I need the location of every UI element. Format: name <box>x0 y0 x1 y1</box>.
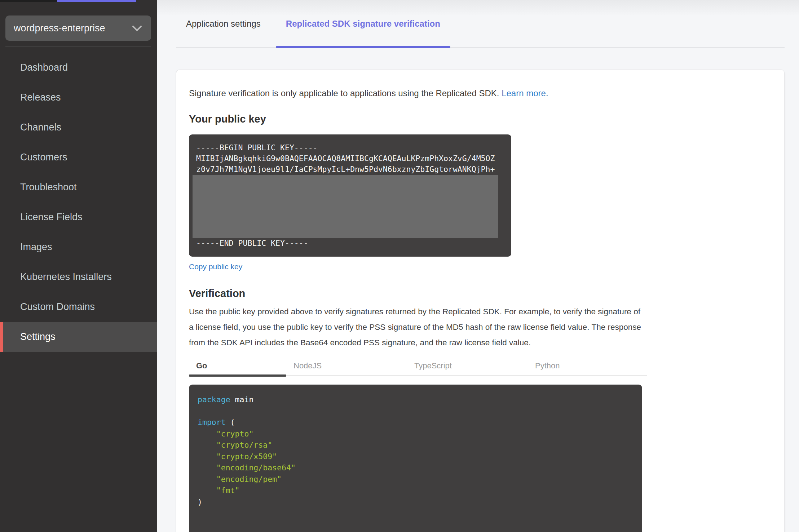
copy-public-key-link[interactable]: Copy public key <box>189 262 242 271</box>
top-strip-dark-segment <box>0 0 57 2</box>
app-selector-value: wordpress-enterprise <box>5 23 131 34</box>
code-line: "encoding/base64" <box>198 462 634 474</box>
code-line: ) <box>198 496 634 508</box>
intro-text-main: Signature verification is only applicabl… <box>189 88 499 98</box>
app-selector-dropdown[interactable]: wordpress-enterprise <box>5 15 151 41</box>
sidebar-item-kubernetes-installers[interactable]: Kubernetes Installers <box>0 262 157 292</box>
sidebar-divider <box>5 46 151 46</box>
public-key-redacted-region <box>193 175 498 238</box>
sidebar-item-custom-domains[interactable]: Custom Domains <box>0 292 157 322</box>
intro-text: Signature verification is only applicabl… <box>189 87 784 99</box>
sidebar-item-customers[interactable]: Customers <box>0 142 157 172</box>
sidebar-item-dashboard[interactable]: Dashboard <box>0 53 157 83</box>
sidebar-item-images[interactable]: Images <box>0 232 157 262</box>
code-line <box>198 405 634 417</box>
tab-replicated-sdk-signature-verification[interactable]: Replicated SDK signature verification <box>276 0 450 47</box>
settings-card: Signature verification is only applicabl… <box>176 70 785 532</box>
sidebar-item-channels[interactable]: Channels <box>0 112 157 142</box>
verification-heading: Verification <box>189 288 784 300</box>
sidebar-item-troubleshoot[interactable]: Troubleshoot <box>0 172 157 202</box>
code-block: package main import ( "crypto" "crypto/r… <box>189 385 642 532</box>
code-line: "crypto" <box>198 428 634 440</box>
public-key-line: -----BEGIN PUBLIC KEY----- <box>196 142 504 153</box>
code-line: "crypto/x509" <box>198 451 634 462</box>
language-tab-go[interactable]: Go <box>189 356 286 375</box>
intro-text-suffix: . <box>546 88 548 98</box>
public-key-line: z0v7Jh7M1NgV1joeu9l1/IaCPsMpyIcL+Dnw5Pdv… <box>196 164 504 175</box>
language-tab-python[interactable]: Python <box>528 356 647 375</box>
chevron-down-icon <box>131 22 143 34</box>
code-line: "encoding/pem" <box>198 474 634 485</box>
learn-more-link[interactable]: Learn more <box>502 88 546 98</box>
tab-application-settings[interactable]: Application settings <box>176 0 271 47</box>
language-tab-nodejs[interactable]: NodeJS <box>286 356 407 375</box>
code-line: "crypto/rsa" <box>198 439 634 451</box>
settings-tabs: Application settingsReplicated SDK signa… <box>176 0 785 48</box>
language-tab-typescript[interactable]: TypeScript <box>407 356 528 375</box>
sidebar: wordpress-enterprise DashboardReleasesCh… <box>0 0 157 532</box>
code-line: package main <box>198 394 634 405</box>
top-loading-strip <box>0 0 799 2</box>
public-key-lines-top: -----BEGIN PUBLIC KEY-----MIIBIjANBgkqhk… <box>196 142 504 175</box>
public-key-end-line: -----END PUBLIC KEY----- <box>196 238 504 249</box>
code-line: "fmt" <box>198 485 634 496</box>
sidebar-item-releases[interactable]: Releases <box>0 83 157 112</box>
verification-description: Use the public key provided above to ver… <box>189 304 647 350</box>
sidebar-nav: DashboardReleasesChannelsCustomersTroubl… <box>0 53 157 352</box>
code-language-tabs: GoNodeJSTypeScriptPython <box>189 356 647 376</box>
public-key-line: MIIBIjANBgkqhkiG9w0BAQEFAAOCAQ8AMIIBCgKC… <box>196 153 504 164</box>
sidebar-item-license-fields[interactable]: License Fields <box>0 202 157 232</box>
public-key-textarea[interactable]: -----BEGIN PUBLIC KEY-----MIIBIjANBgkqhk… <box>189 134 511 257</box>
sidebar-item-settings[interactable]: Settings <box>0 322 157 352</box>
public-key-heading: Your public key <box>189 113 784 125</box>
top-strip-progress-bar <box>57 0 136 2</box>
code-line: import ( <box>198 417 634 428</box>
main-content: Application settingsReplicated SDK signa… <box>157 0 799 532</box>
